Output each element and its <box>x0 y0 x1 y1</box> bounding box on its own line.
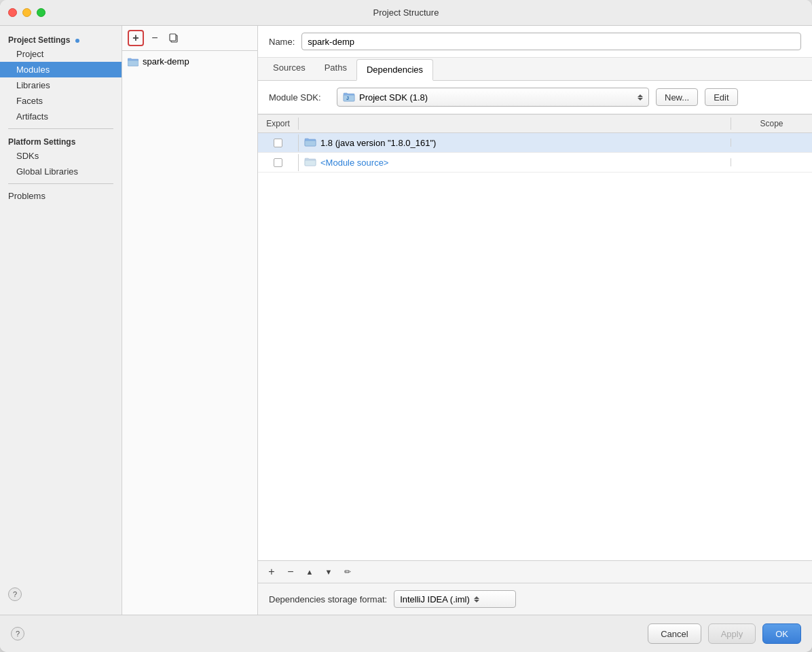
close-button[interactable] <box>8 8 17 17</box>
module-source-folder-icon <box>304 157 316 168</box>
sidebar-item-modules[interactable]: Modules <box>0 62 122 77</box>
ok-button[interactable]: OK <box>762 623 801 644</box>
copy-icon <box>168 33 179 43</box>
project-settings-section: Project Settings <box>0 31 122 46</box>
deps-cell-name-jdk: 1.8 (java version "1.8.0_161") <box>299 133 731 152</box>
title-bar: Project Structure <box>0 0 812 26</box>
deps-remove-button[interactable]: − <box>282 564 299 580</box>
export-checkbox-module-source[interactable] <box>274 158 282 167</box>
svg-text:J: J <box>346 96 349 101</box>
apply-button[interactable]: Apply <box>708 623 756 644</box>
sidebar-bottom: ? <box>0 204 122 615</box>
sidebar-item-facets[interactable]: Facets <box>0 93 122 109</box>
unsaved-indicator <box>75 39 79 43</box>
sdk-value: Project SDK (1.8) <box>359 92 428 103</box>
minimize-button[interactable] <box>22 8 31 17</box>
sidebar-item-libraries[interactable]: Libraries <box>0 77 122 93</box>
deps-edit-button[interactable]: ✏ <box>339 564 356 580</box>
jdk-folder-icon <box>304 137 316 148</box>
deps-cell-export-jdk[interactable] <box>258 134 299 151</box>
deps-module-source-name: <Module source> <box>320 158 388 168</box>
name-row: Name: <box>258 26 812 58</box>
sidebar: Project Settings Project Modules Librari… <box>0 26 122 615</box>
name-input[interactable] <box>301 33 801 50</box>
module-panel: + − spark-demp <box>122 26 258 615</box>
deps-table-header: Export Scope <box>258 115 812 133</box>
deps-cell-scope-jdk <box>731 139 812 147</box>
deps-move-up-button[interactable]: ▲ <box>301 564 318 580</box>
sidebar-item-sdks[interactable]: SDKs <box>0 148 122 164</box>
export-checkbox-jdk[interactable] <box>274 139 282 147</box>
module-folder-icon <box>128 57 139 67</box>
sdk-dropdown-arrow <box>638 94 643 101</box>
deps-col-name-header <box>299 117 731 130</box>
sidebar-item-artifacts[interactable]: Artifacts <box>0 109 122 124</box>
sdk-new-button[interactable]: New... <box>656 88 698 106</box>
sidebar-item-problems[interactable]: Problems <box>0 188 122 204</box>
deps-col-export-header: Export <box>258 117 299 130</box>
tabs-row: Sources Paths Dependencies <box>258 58 812 81</box>
storage-value: IntelliJ IDEA (.iml) <box>400 594 470 604</box>
storage-dropdown-arrow <box>474 596 479 602</box>
sdk-edit-button[interactable]: Edit <box>705 88 737 106</box>
module-list-item[interactable]: spark-demp <box>122 54 257 69</box>
name-label: Name: <box>269 37 295 47</box>
window-title: Project Structure <box>373 7 439 18</box>
sdk-label: Module SDK: <box>269 92 330 103</box>
deps-add-button[interactable]: + <box>263 564 280 580</box>
sdk-folder-icon: J <box>343 91 355 103</box>
deps-table-body: 1.8 (java version "1.8.0_161") <box>258 133 812 560</box>
platform-settings-section: Platform Settings <box>0 133 122 148</box>
help-area: ? <box>11 627 641 640</box>
bottom-help-button[interactable]: ? <box>11 627 24 640</box>
sdk-row: Module SDK: J Project SDK (1.8) <box>258 81 812 114</box>
svg-rect-1 <box>170 34 176 41</box>
deps-row-module-source[interactable]: <Module source> <box>258 153 812 173</box>
deps-jdk-name: 1.8 (java version "1.8.0_161") <box>320 138 436 148</box>
deps-cell-scope-module-source <box>731 158 812 166</box>
storage-select[interactable]: IntelliJ IDEA (.iml) <box>394 590 516 608</box>
tab-dependencies[interactable]: Dependencies <box>356 59 433 81</box>
storage-row: Dependencies storage format: IntelliJ ID… <box>258 583 812 615</box>
sdk-select[interactable]: J Project SDK (1.8) <box>337 88 649 107</box>
sidebar-item-project[interactable]: Project <box>0 46 122 62</box>
add-module-button[interactable]: + <box>128 30 144 46</box>
help-button[interactable]: ? <box>8 587 22 601</box>
deps-row-jdk[interactable]: 1.8 (java version "1.8.0_161") <box>258 133 812 153</box>
deps-move-down-button[interactable]: ▼ <box>320 564 337 580</box>
cancel-button[interactable]: Cancel <box>648 623 701 644</box>
storage-label: Dependencies storage format: <box>269 594 387 604</box>
sidebar-divider <box>8 128 113 129</box>
deps-cell-export-module-source[interactable] <box>258 154 299 171</box>
module-name: spark-demp <box>143 56 189 67</box>
window-controls <box>8 8 45 17</box>
tab-paths[interactable]: Paths <box>315 58 356 81</box>
deps-cell-name-module-source: <Module source> <box>299 153 731 172</box>
deps-col-scope-header: Scope <box>731 117 812 130</box>
maximize-button[interactable] <box>37 8 45 17</box>
content-area: Name: Sources Paths Dependencies Module … <box>258 26 812 615</box>
bottom-bar: ? Cancel Apply OK <box>0 615 812 652</box>
sidebar-item-global-libraries[interactable]: Global Libraries <box>0 164 122 179</box>
main-content: Project Settings Project Modules Librari… <box>0 26 812 615</box>
copy-module-button[interactable] <box>166 30 182 46</box>
sidebar-divider-2 <box>8 183 113 184</box>
module-toolbar: + − <box>122 26 257 51</box>
tab-sources[interactable]: Sources <box>263 58 315 81</box>
remove-module-button[interactable]: − <box>147 30 163 46</box>
module-list: spark-demp <box>122 51 257 615</box>
deps-bottom-toolbar: + − ▲ ▼ ✏ <box>258 560 812 583</box>
